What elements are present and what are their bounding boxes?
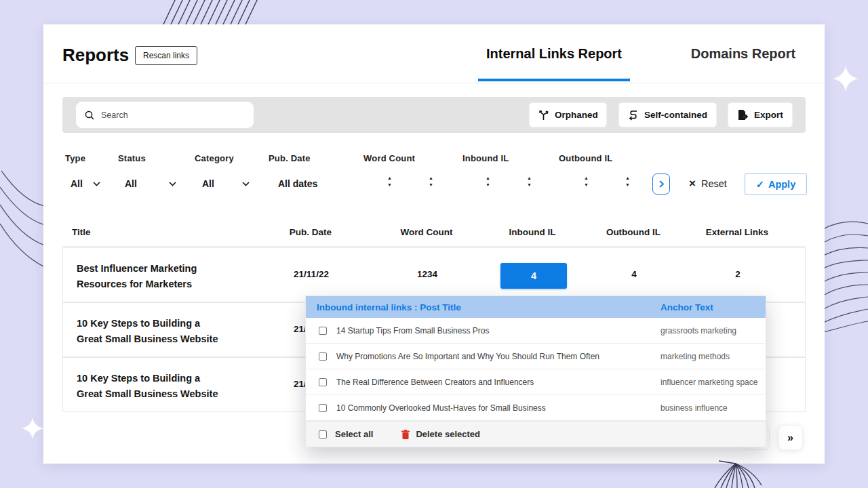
popup-row: 14 Startup Tips From Small Business Pros… <box>306 318 766 344</box>
outbound-il-value: 4 <box>593 269 675 279</box>
self-contained-button-label: Self-contained <box>644 110 707 120</box>
popup-footer: Select all Delete selected <box>306 421 766 447</box>
popup-anchor-text: influencer marketing space <box>660 378 757 387</box>
search-box[interactable] <box>76 102 254 128</box>
search-input[interactable] <box>101 110 237 120</box>
popup-anchor-text: marketing methods <box>660 352 730 361</box>
orphaned-button[interactable]: Orphaned <box>529 102 607 127</box>
chevron-down-icon <box>241 181 250 187</box>
self-contained-button[interactable]: Self-contained <box>618 102 717 127</box>
sparkle-icon-right <box>833 66 859 92</box>
row-checkbox[interactable] <box>319 378 327 386</box>
popup-post-title[interactable]: The Real Difference Between Creators and… <box>336 378 534 387</box>
export-document-icon <box>737 109 749 121</box>
status-select[interactable]: All <box>125 178 177 189</box>
tab-internal-links-report[interactable]: Internal Links Report <box>478 46 630 62</box>
column-header-pub-date: Pub. Date <box>270 227 351 237</box>
filter-label-outbound-il: Outbound IL <box>559 153 612 163</box>
orphaned-button-label: Orphaned <box>555 110 598 120</box>
sparkle-icon-left <box>22 418 43 439</box>
external-links-value: 2 <box>697 269 778 279</box>
filter-label-status: Status <box>118 153 146 163</box>
select-all-label[interactable]: Select all <box>335 429 373 439</box>
popup-row: The Real Difference Between Creators and… <box>306 369 766 395</box>
filter-label-word-count: Word Count <box>363 153 415 163</box>
type-select-value: All <box>71 178 83 189</box>
toolbar: Orphaned Self-contained Export <box>62 97 806 133</box>
popup-row: Why Promotions Are So Important and Why … <box>306 344 766 369</box>
filter-label-pub-date: Pub. Date <box>269 153 311 163</box>
inbound-il-max-stepper[interactable]: ▲▼ <box>527 176 532 187</box>
header-divider <box>43 83 825 83</box>
column-header-title: Title <box>72 227 91 237</box>
popup-post-title[interactable]: 14 Startup Tips From Small Business Pros <box>336 326 489 336</box>
post-title[interactable]: Best Influencer Marketing Resources for … <box>77 261 220 292</box>
type-select[interactable]: All <box>71 178 101 189</box>
post-title[interactable]: 10 Key Steps to Building a Great Small B… <box>77 371 220 402</box>
decoration-hatch-lines <box>156 0 264 26</box>
search-icon <box>84 110 95 121</box>
orphaned-branch-icon <box>538 109 549 121</box>
column-header-external-links: External Links <box>696 227 778 237</box>
popup-title-column-header: Inbound internal links : Post Title <box>317 302 461 312</box>
chevron-right-icon <box>658 180 665 188</box>
table-header-row: Title Pub. Date Word Count Inbound IL Ou… <box>62 220 806 247</box>
popup-post-title[interactable]: 10 Commonly Overlooked Must-Haves for Sm… <box>336 403 546 413</box>
export-button[interactable]: Export <box>728 102 793 127</box>
rescan-links-button[interactable]: Rescan links <box>135 46 197 65</box>
row-checkbox[interactable] <box>319 327 327 335</box>
more-filters-button[interactable] <box>652 174 670 195</box>
pagination-next-button[interactable]: » <box>778 425 803 450</box>
export-button-label: Export <box>754 110 783 120</box>
apply-button[interactable]: ✓ Apply <box>745 173 807 195</box>
outbound-il-min-stepper[interactable]: ▲▼ <box>584 176 589 187</box>
inbound-il-badge[interactable]: 4 <box>500 263 567 289</box>
popup-row: 10 Commonly Overlooked Must-Haves for Sm… <box>306 395 766 421</box>
filter-label-category: Category <box>195 153 234 163</box>
popup-anchor-text: business influence <box>660 403 728 413</box>
decoration-right-waves <box>823 217 868 332</box>
word-count-value: 1234 <box>387 269 468 279</box>
filter-label-type: Type <box>65 153 85 163</box>
column-header-inbound-il: Inbound IL <box>492 227 573 237</box>
reset-button[interactable]: × Reset <box>689 177 727 190</box>
inbound-links-popup: Inbound internal links : Post Title Anch… <box>305 296 766 447</box>
chevron-down-icon <box>168 181 177 187</box>
category-select[interactable]: All <box>202 178 250 189</box>
outbound-il-max-stepper[interactable]: ▲▼ <box>625 176 630 187</box>
popup-header: Inbound internal links : Post Title Anch… <box>306 296 766 318</box>
decoration-left-arcs <box>0 169 45 298</box>
column-header-word-count: Word Count <box>386 227 467 237</box>
word-count-min-stepper[interactable]: ▲▼ <box>387 176 392 187</box>
active-tab-underline <box>478 79 630 81</box>
popup-anchor-column-header: Anchor Text <box>660 302 713 312</box>
delete-selected-button[interactable]: Delete selected <box>401 429 480 439</box>
table-row: Best Influencer Marketing Resources for … <box>62 247 806 302</box>
inbound-il-min-stepper[interactable]: ▲▼ <box>486 176 490 187</box>
trash-icon <box>401 430 410 439</box>
category-select-value: All <box>202 178 214 189</box>
word-count-max-stepper[interactable]: ▲▼ <box>429 176 433 187</box>
check-icon: ✓ <box>756 179 764 190</box>
pub-date-value: 21/11/22 <box>271 269 352 279</box>
chevron-down-icon <box>92 181 101 187</box>
row-checkbox[interactable] <box>319 352 327 361</box>
delete-selected-label: Delete selected <box>416 429 480 439</box>
reset-button-label: Reset <box>701 178 727 189</box>
pub-date-select[interactable]: All dates <box>278 178 317 189</box>
tab-domains-report[interactable]: Domains Report <box>684 46 803 62</box>
page: Reports Rescan links Internal Links Repo… <box>0 0 868 488</box>
status-select-value: All <box>125 178 137 189</box>
popup-post-title[interactable]: Why Promotions Are So Important and Why … <box>336 352 599 361</box>
pub-date-select-value: All dates <box>278 178 317 189</box>
column-header-outbound-il: Outbound IL <box>593 227 674 237</box>
row-checkbox[interactable] <box>319 404 327 412</box>
select-all-checkbox[interactable] <box>319 430 327 439</box>
filter-label-inbound-il: Inbound IL <box>462 153 509 163</box>
x-icon: × <box>689 177 696 190</box>
page-title: Reports <box>62 45 129 66</box>
popup-anchor-text: grassroots marketing <box>660 326 736 336</box>
self-contained-icon <box>628 109 639 121</box>
apply-button-label: Apply <box>768 179 795 190</box>
post-title[interactable]: 10 Key Steps to Building a Great Small B… <box>77 316 220 347</box>
